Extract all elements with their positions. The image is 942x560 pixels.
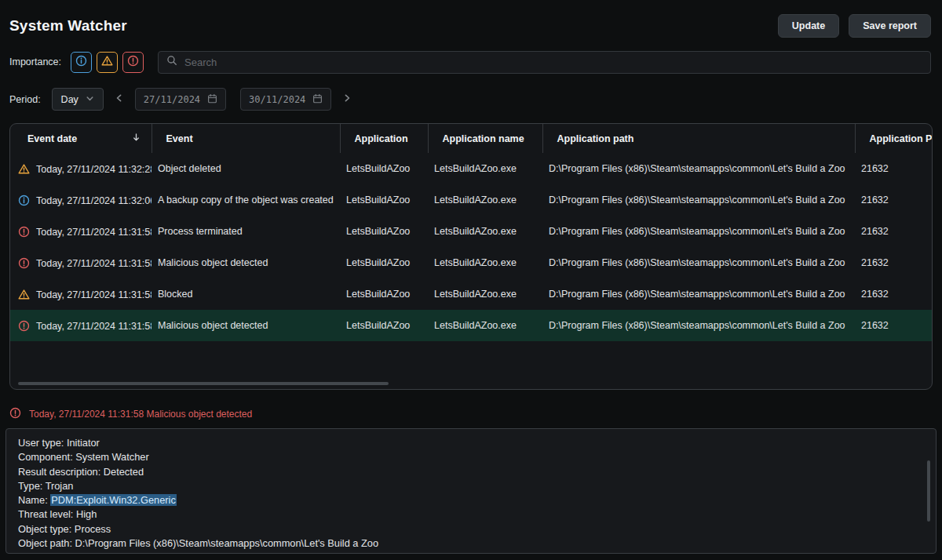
event-date: Today, 27/11/2024 11:31:58	[36, 258, 152, 269]
calendar-icon[interactable]	[312, 93, 323, 106]
application-pid-cell: 21632	[855, 310, 932, 341]
detail-line: Object path: D:\Program Files (x86)\Stea…	[18, 536, 924, 551]
info-icon	[18, 195, 30, 206]
period-select[interactable]: Day	[52, 88, 104, 111]
importance-critical-button[interactable]	[122, 52, 144, 73]
application-cell: LetsBuildAZoo	[340, 153, 428, 184]
application-cell: LetsBuildAZoo	[340, 184, 428, 216]
table-row[interactable]: Today, 27/11/2024 11:31:58Malicious obje…	[10, 310, 932, 341]
column-header-label: Event	[166, 133, 193, 144]
event-date: Today, 27/11/2024 11:32:06	[36, 195, 152, 206]
period-select-value: Day	[61, 94, 78, 105]
column-header-label: Application path	[557, 133, 634, 144]
chevron-down-icon	[86, 94, 94, 105]
search-box[interactable]	[158, 51, 931, 74]
application-name-cell: LetsBuildAZoo.exe	[428, 216, 542, 247]
event-date-cell: Today, 27/11/2024 11:32:28	[10, 153, 152, 184]
column-header[interactable]: Application name	[428, 124, 542, 153]
table-row[interactable]: Today, 27/11/2024 11:32:06A backup copy …	[10, 184, 932, 216]
search-input[interactable]	[184, 56, 922, 68]
detail-line: Type: Trojan	[18, 479, 924, 493]
detail-title: Today, 27/11/2024 11:31:58 Malicious obj…	[29, 409, 252, 420]
date-to-input[interactable]: 30/11/2024	[240, 88, 331, 111]
system-watcher-window: System Watcher Update Save report Import…	[0, 0, 942, 560]
detail-line: Component: System Watcher	[18, 450, 924, 464]
application-pid-cell: 21632	[855, 247, 932, 278]
events-table: Event dateEventApplicationApplication na…	[10, 124, 932, 389]
event-cell: Process terminated	[152, 216, 340, 247]
critical-icon	[127, 55, 139, 69]
detail-line: Result description: Detected	[18, 465, 924, 479]
detail-line-label: Name:	[18, 494, 50, 506]
application-pid-cell: 21632	[855, 278, 932, 310]
period-label: Period:	[9, 94, 41, 105]
event-date: Today, 27/11/2024 11:31:58	[36, 321, 152, 332]
date-from-value: 27/11/2024	[144, 94, 200, 105]
column-header[interactable]: Event date	[10, 124, 152, 153]
detail-line-value: Initiator	[67, 437, 100, 449]
application-cell: LetsBuildAZoo	[340, 310, 428, 341]
detail-line-value: Detected	[104, 466, 144, 478]
application-name-cell: LetsBuildAZoo.exe	[428, 278, 542, 310]
detail-line-value: Trojan	[46, 480, 74, 492]
detail-line-label: User type:	[18, 437, 67, 449]
application-name-cell: LetsBuildAZoo.exe	[428, 247, 542, 278]
application-name-cell: LetsBuildAZoo.exe	[428, 153, 542, 184]
application-path-cell: D:\Program Files (x86)\Steam\steamapps\c…	[542, 153, 855, 184]
detail-line-label: Object type:	[18, 523, 75, 535]
importance-info-button[interactable]	[71, 52, 92, 73]
detail-panel[interactable]: User type: InitiatorComponent: System Wa…	[5, 428, 937, 554]
table-row[interactable]: Today, 27/11/2024 11:31:58BlockedLetsBui…	[10, 278, 932, 310]
chevron-right-icon	[342, 93, 352, 105]
vertical-scrollbar[interactable]	[927, 460, 930, 522]
period-next-button[interactable]	[338, 90, 356, 108]
importance-warning-button[interactable]	[97, 52, 118, 73]
critical-icon	[18, 321, 30, 332]
detail-line-label: Object path:	[18, 537, 75, 549]
application-path-cell: D:\Program Files (x86)\Steam\steamapps\c…	[542, 184, 855, 216]
event-date: Today, 27/11/2024 11:32:28	[36, 164, 152, 175]
detail-header: Today, 27/11/2024 11:31:58 Malicious obj…	[9, 407, 931, 421]
critical-icon	[9, 407, 21, 421]
events-table-card: Event dateEventApplicationApplication na…	[9, 123, 933, 390]
horizontal-scrollbar[interactable]	[18, 382, 389, 385]
event-date-cell: Today, 27/11/2024 11:32:06	[10, 184, 152, 216]
detail-line-label: Threat level:	[18, 508, 76, 520]
detail-line-label: Result description:	[18, 466, 104, 478]
event-date: Today, 27/11/2024 11:31:58	[36, 227, 152, 238]
event-cell: Malicious object detected	[152, 247, 340, 278]
column-header[interactable]: Application	[340, 124, 428, 153]
application-path-cell: D:\Program Files (x86)\Steam\steamapps\c…	[542, 278, 855, 310]
event-cell: Object deleted	[152, 153, 340, 184]
column-header[interactable]: Application PID	[855, 124, 932, 153]
detail-line-value: High	[76, 508, 97, 520]
detail-line-value-highlighted: PDM:Exploit.Win32.Generic	[50, 494, 177, 506]
column-header[interactable]: Event	[152, 124, 340, 153]
header: System Watcher Update Save report	[0, 0, 942, 38]
save-report-button[interactable]: Save report	[849, 14, 931, 38]
table-row[interactable]: Today, 27/11/2024 11:31:58Malicious obje…	[10, 247, 932, 278]
event-date-cell: Today, 27/11/2024 11:31:58	[10, 278, 152, 310]
application-cell: LetsBuildAZoo	[340, 216, 428, 247]
application-path-cell: D:\Program Files (x86)\Steam\steamapps\c…	[542, 310, 855, 341]
critical-icon	[18, 258, 30, 269]
date-from-input[interactable]: 27/11/2024	[135, 88, 226, 111]
filter-row: Importance:	[0, 51, 942, 73]
application-pid-cell: 21632	[855, 184, 932, 216]
column-header[interactable]: Application path	[542, 124, 855, 153]
date-to-value: 30/11/2024	[249, 94, 305, 105]
application-path-cell: D:\Program Files (x86)\Steam\steamapps\c…	[542, 216, 855, 247]
update-button[interactable]: Update	[778, 14, 839, 38]
column-header-label: Application name	[443, 133, 524, 144]
period-prev-button[interactable]	[110, 90, 129, 108]
application-name-cell: LetsBuildAZoo.exe	[428, 184, 542, 216]
event-date-cell: Today, 27/11/2024 11:31:58	[10, 310, 152, 341]
importance-filter-group	[71, 52, 144, 73]
chevron-left-icon	[115, 93, 124, 105]
application-name-cell: LetsBuildAZoo.exe	[428, 310, 542, 341]
calendar-icon[interactable]	[207, 93, 217, 106]
warning-icon	[101, 55, 113, 69]
table-row[interactable]: Today, 27/11/2024 11:31:58Process termin…	[10, 216, 932, 247]
table-row[interactable]: Today, 27/11/2024 11:32:28Object deleted…	[10, 153, 932, 184]
application-pid-cell: 21632	[855, 153, 932, 184]
